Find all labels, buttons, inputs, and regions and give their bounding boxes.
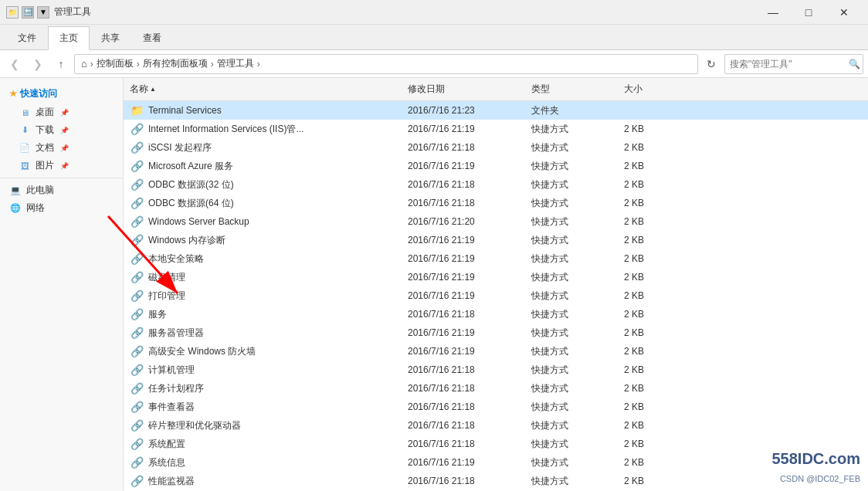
shortcut-icon: 🔗: [130, 215, 144, 229]
file-cell-date: 2016/7/16 21:18: [402, 382, 525, 394]
sidebar-quick-access[interactable]: 快速访问: [0, 84, 123, 103]
title-bar: 📁 🔙 ▼ 管理工具 ― □ ✕: [0, 0, 868, 25]
col-header-name[interactable]: 名称 ▲: [124, 81, 402, 97]
table-row[interactable]: 🔗 Internet Information Services (IIS)管..…: [124, 120, 868, 138]
table-row[interactable]: 🔗 系统信息 2016/7/16 21:19 快捷方式 2 KB: [124, 453, 868, 472]
sidebar-label-desktop: 桌面: [36, 106, 54, 119]
file-cell-name: 🔗 计算机管理: [124, 362, 402, 378]
main-layout: 快速访问 🖥 桌面 📌 ⬇ 下载 📌 📄 文档 📌 🖼 图片 📌: [0, 78, 868, 491]
table-row[interactable]: 🔗 任务计划程序 2016/7/16 21:18 快捷方式 2 KB: [124, 379, 868, 398]
breadcrumb-item-4[interactable]: 管理工具: [217, 57, 254, 70]
tab-file[interactable]: 文件: [6, 26, 48, 49]
title-bar-icon2[interactable]: 🔙: [22, 6, 34, 19]
sidebar-item-download[interactable]: ⬇ 下载 📌: [0, 121, 123, 139]
file-cell-type: 文件夹: [525, 103, 618, 118]
file-name-text: 事件查看器: [148, 401, 195, 414]
up-button[interactable]: ↑: [51, 54, 71, 74]
doc-icon: 📄: [19, 142, 31, 154]
file-cell-name: 🔗 Internet Information Services (IIS)管..…: [124, 121, 402, 137]
file-cell-size: 2 KB: [618, 215, 680, 228]
shortcut-icon: 🔗: [130, 381, 144, 395]
desktop-icon: 🖥: [19, 107, 31, 119]
file-name-text: Windows 内存诊断: [148, 234, 225, 247]
table-row[interactable]: 🔗 打印管理 2016/7/16 21:19 快捷方式 2 KB: [124, 286, 868, 305]
file-cell-size: 2 KB: [618, 234, 680, 246]
address-path[interactable]: ⌂ › 控制面板 › 所有控制面板项 › 管理工具 ›: [74, 54, 698, 74]
file-cell-type: 快捷方式: [525, 307, 618, 322]
sidebar-item-network[interactable]: 🌐 网络: [0, 199, 123, 217]
folder-icon: 📁: [130, 103, 144, 117]
file-cell-date: 2016/7/16 21:18: [402, 197, 525, 209]
table-row[interactable]: 🔗 Windows Server Backup 2016/7/16 21:20 …: [124, 212, 868, 231]
file-cell-type: 快捷方式: [525, 326, 618, 340]
refresh-button[interactable]: ↻: [701, 54, 721, 74]
table-row[interactable]: 🔗 本地安全策略 2016/7/16 21:19 快捷方式 2 KB: [124, 249, 868, 268]
table-row[interactable]: 🔗 服务器管理器 2016/7/16 21:19 快捷方式 2 KB: [124, 323, 868, 342]
watermark-main: 558IDC.com: [772, 450, 861, 468]
file-name-text: 性能监视器: [148, 475, 195, 488]
file-cell-date: 2016/7/16 21:23: [402, 104, 525, 117]
col-header-date[interactable]: 修改日期: [402, 81, 525, 97]
table-row[interactable]: 🔗 ODBC 数据源(64 位) 2016/7/16 21:18 快捷方式 2 …: [124, 194, 868, 212]
search-input[interactable]: [730, 59, 846, 69]
file-cell-type: 快捷方式: [525, 344, 618, 359]
breadcrumb-item-1[interactable]: ⌂: [81, 58, 87, 69]
table-row[interactable]: 🔗 系统配置 2016/7/16 21:18 快捷方式 2 KB: [124, 435, 868, 453]
tab-share[interactable]: 共享: [90, 26, 131, 49]
file-name-text: 服务器管理器: [148, 327, 204, 340]
table-row[interactable]: 🔗 iSCSI 发起程序 2016/7/16 21:18 快捷方式 2 KB: [124, 138, 868, 157]
table-row[interactable]: 📁 Terminal Services 2016/7/16 21:23 文件夹: [124, 101, 868, 120]
file-cell-date: 2016/7/16 21:18: [402, 141, 525, 154]
search-icon: 🔍: [849, 59, 860, 69]
shortcut-icon: 🔗: [130, 363, 144, 377]
file-name-text: iSCSI 发起程序: [148, 141, 212, 154]
file-cell-type: 快捷方式: [525, 122, 618, 137]
shortcut-icon: 🔗: [130, 326, 144, 340]
table-row[interactable]: 🔗 计算机管理 2016/7/16 21:18 快捷方式 2 KB: [124, 361, 868, 379]
file-cell-size: 2 KB: [618, 364, 680, 376]
pin-icon-download: 📌: [60, 127, 69, 134]
table-row[interactable]: 🔗 高级安全 Windows 防火墙 2016/7/16 21:19 快捷方式 …: [124, 342, 868, 361]
breadcrumb-item-2[interactable]: 控制面板: [97, 57, 134, 70]
breadcrumb-item-3[interactable]: 所有控制面板项: [143, 57, 208, 70]
sidebar-item-doc[interactable]: 📄 文档 📌: [0, 139, 123, 157]
shortcut-icon: 🔗: [130, 437, 144, 451]
sidebar-item-desktop[interactable]: 🖥 桌面 📌: [0, 103, 123, 121]
table-row[interactable]: 🔗 Windows 内存诊断 2016/7/16 21:19 快捷方式 2 KB: [124, 231, 868, 249]
table-row[interactable]: 🔗 服务 2016/7/16 21:18 快捷方式 2 KB: [124, 305, 868, 323]
tab-home[interactable]: 主页: [48, 26, 90, 50]
table-row[interactable]: 🔗 性能监视器 2016/7/16 21:18 快捷方式 2 KB: [124, 472, 868, 490]
sidebar-item-pic[interactable]: 🖼 图片 📌: [0, 157, 123, 174]
file-cell-size: 2 KB: [618, 160, 680, 172]
file-cell-date: 2016/7/16 21:19: [402, 252, 525, 265]
pic-icon: 🖼: [19, 160, 31, 172]
file-name-text: Internet Information Services (IIS)管...: [148, 123, 303, 136]
file-cell-type: 快捷方式: [525, 363, 618, 378]
file-cell-date: 2016/7/16 21:19: [402, 271, 525, 283]
sidebar-label-network: 网络: [26, 201, 45, 215]
file-cell-name: 🔗 任务计划程序: [124, 381, 402, 396]
file-cell-date: 2016/7/16 21:20: [402, 215, 525, 228]
file-cell-date: 2016/7/16 21:18: [402, 401, 525, 413]
search-box[interactable]: 🔍: [724, 54, 863, 74]
col-header-type[interactable]: 类型: [525, 81, 618, 97]
table-row[interactable]: 🔗 碎片整理和优化驱动器 2016/7/16 21:18 快捷方式 2 KB: [124, 416, 868, 435]
this-pc-icon: 💻: [9, 185, 22, 197]
table-row[interactable]: 🔗 磁盘清理 2016/7/16 21:19 快捷方式 2 KB: [124, 268, 868, 286]
table-row[interactable]: 🔗 事件查看器 2016/7/16 21:18 快捷方式 2 KB: [124, 398, 868, 416]
col-header-size[interactable]: 大小: [618, 81, 680, 97]
file-cell-date: 2016/7/16 21:18: [402, 419, 525, 432]
table-row[interactable]: 🔗 ODBC 数据源(32 位) 2016/7/16 21:18 快捷方式 2 …: [124, 175, 868, 194]
sidebar: 快速访问 🖥 桌面 📌 ⬇ 下载 📌 📄 文档 📌 🖼 图片 📌: [0, 78, 124, 491]
minimize-button[interactable]: ―: [755, 0, 791, 25]
close-button[interactable]: ✕: [826, 0, 862, 25]
shortcut-icon: 🔗: [130, 233, 144, 247]
tab-view[interactable]: 查看: [131, 26, 173, 49]
table-row[interactable]: 🔗 Microsoft Azure 服务 2016/7/16 21:19 快捷方…: [124, 157, 868, 175]
sidebar-item-this-pc[interactable]: 💻 此电脑: [0, 181, 123, 199]
maximize-button[interactable]: □: [791, 0, 826, 25]
title-bar-icon3[interactable]: ▼: [37, 6, 49, 19]
file-name-text: 任务计划程序: [148, 382, 204, 395]
file-cell-size: 2 KB: [618, 308, 680, 320]
file-name-text: 高级安全 Windows 防火墙: [148, 345, 256, 358]
